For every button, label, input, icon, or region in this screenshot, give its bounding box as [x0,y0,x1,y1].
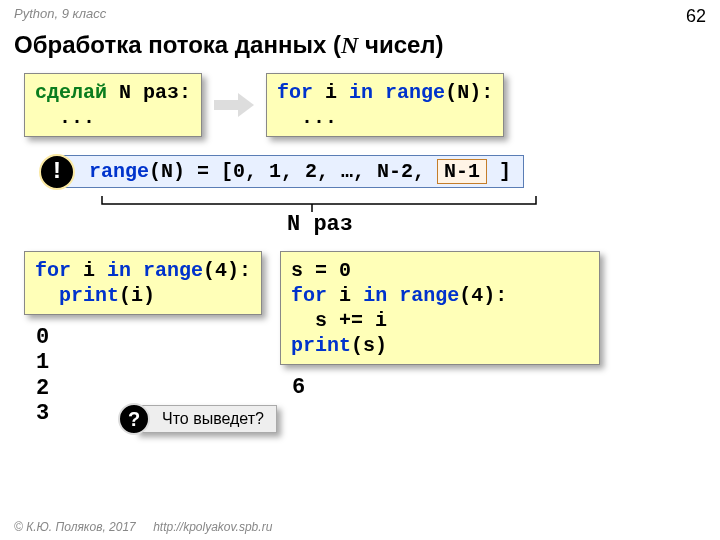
bracket-n-times: N раз [100,194,540,237]
question-text: Что выведет? [162,410,264,427]
page-number: 62 [686,6,706,27]
out-line: 2 [36,376,262,401]
slide-header: Python, 9 класс 62 [0,0,720,27]
arrow-right-icon [214,97,254,113]
row-pseudo-to-for: сделай N раз: ... for i in range(N): ... [24,73,720,137]
page-title: Обработка потока данных (N чисел) [0,27,720,67]
output-right: 6 [292,375,600,400]
out-line: 1 [36,350,262,375]
code-for-n: for i in range(N): ... [266,73,504,137]
question-badge-icon: ? [118,403,150,435]
course-label: Python, 9 класс [14,6,106,27]
footer-url: http://kpolyakov.spb.ru [153,520,272,534]
copyright: © К.Ю. Поляков, 2017 [14,520,136,534]
code-sum: s = 0 for i in range(4): s += i print(s) [280,251,600,365]
code-for4-print: for i in range(4): print(i) [24,251,262,315]
row-examples: for i in range(4): print(i) 0 1 2 3 s = … [24,251,720,426]
exclamation-badge-icon: ! [39,154,75,190]
out-line: 0 [36,325,262,350]
slide-footer: © К.Ю. Поляков, 2017 http://kpolyakov.sp… [14,520,272,534]
code-pseudocode: сделай N раз: ... [24,73,202,137]
question-callout: ? Что выведет? [135,405,277,433]
range-expansion: ! range(N) = [0, 1, 2, …, N-2, N-1 ] [60,155,524,188]
bracket-label: N раз [100,212,540,237]
